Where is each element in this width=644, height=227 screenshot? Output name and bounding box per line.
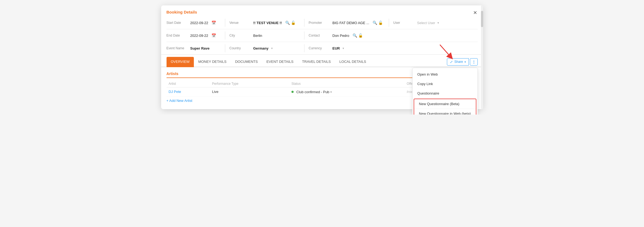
form-row-2: End Date 2022-09-22 📅 City Berlin Contac… bbox=[167, 29, 478, 42]
start-date-calendar-icon[interactable]: 📅 bbox=[210, 20, 217, 25]
contact-field: Contact Don Pedro 🔍 🔓 bbox=[309, 33, 478, 38]
sep-1 bbox=[225, 19, 225, 27]
end-date-value: 2022-09-22 bbox=[190, 34, 208, 38]
sep-3 bbox=[389, 19, 389, 27]
status-select[interactable]: Club confirmed - Pub ▾ bbox=[291, 90, 332, 94]
venue-value: !! TEST VENUE !! bbox=[253, 21, 282, 25]
booking-form: Start Date 2022-09-22 📅 Venue !! TEST VE… bbox=[161, 17, 483, 55]
user-label: User bbox=[393, 21, 415, 25]
venue-label: Venue bbox=[230, 21, 251, 25]
country-value: Germany bbox=[253, 46, 268, 50]
country-field: Country Germany ▾ bbox=[230, 46, 300, 50]
sep-4 bbox=[225, 31, 225, 40]
share-icon: ⤢ bbox=[450, 60, 453, 64]
contact-lock-icon: 🔓 bbox=[358, 33, 363, 38]
scrollbar-thumb[interactable] bbox=[481, 11, 483, 27]
status-value: Club confirmed - Pub bbox=[296, 90, 329, 94]
more-options-button[interactable]: ⋮ bbox=[470, 58, 478, 66]
contact-label: Contact bbox=[309, 34, 330, 37]
share-button[interactable]: ⤢ Share ▾ bbox=[447, 58, 469, 66]
event-name-label: Event Name bbox=[167, 46, 188, 50]
venue-lock-icon: 🔓 bbox=[291, 21, 296, 25]
event-name-field: Event Name Super Rave bbox=[167, 46, 221, 50]
sep-7 bbox=[304, 44, 304, 52]
promoter-value: BIG FAT DEMO AGE ... bbox=[333, 21, 369, 25]
user-select-wrapper[interactable]: Select User ▾ bbox=[415, 21, 439, 25]
booking-details-modal: ✕ Booking Details Start Date 2022-09-22 … bbox=[161, 5, 483, 109]
promoter-field: Promoter BIG FAT DEMO AGE ... 🔍 🔓 bbox=[309, 20, 384, 25]
dropdown-item-new-questionnaire-beta[interactable]: New Questionnaire (Beta) bbox=[414, 99, 476, 109]
artist-link[interactable]: DJ Pete bbox=[169, 90, 181, 94]
venue-search-icon[interactable]: 🔍 bbox=[284, 20, 291, 25]
status-dot-icon bbox=[291, 91, 294, 93]
status-chevron-icon: ▾ bbox=[330, 90, 332, 93]
highlighted-group: New Questionnaire (Beta) New Questionnai… bbox=[414, 99, 476, 115]
tab-event-details[interactable]: EVENT DETAILS bbox=[262, 57, 298, 67]
share-label: Share bbox=[454, 60, 463, 64]
col-performance-type: Performance Type bbox=[210, 80, 289, 87]
status-cell: Club confirmed - Pub ▾ bbox=[289, 87, 404, 96]
currency-label: Currency bbox=[309, 46, 330, 50]
currency-field: Currency EUR ▾ bbox=[309, 46, 478, 50]
contact-value: Don Pedro bbox=[333, 34, 349, 38]
user-dropdown-arrow: ▾ bbox=[437, 21, 439, 25]
city-label: City bbox=[230, 34, 251, 37]
performance-type-cell: Live bbox=[210, 87, 289, 96]
sep-5 bbox=[304, 31, 304, 40]
country-dropdown[interactable]: Germany ▾ bbox=[251, 46, 273, 50]
modal-header: Booking Details bbox=[161, 5, 483, 17]
contact-search-icon[interactable]: 🔍 bbox=[351, 33, 358, 38]
event-name-value: Super Rave bbox=[190, 46, 210, 50]
start-date-field: Start Date 2022-09-22 📅 bbox=[167, 20, 221, 25]
country-dropdown-icon: ▾ bbox=[271, 47, 273, 50]
city-value: Berlin bbox=[253, 34, 262, 38]
tab-money-details[interactable]: MONEY DETAILS bbox=[194, 57, 231, 67]
venue-field: Venue !! TEST VENUE !! 🔍 🔓 bbox=[230, 20, 300, 25]
dropdown-item-new-questionnaire-web[interactable]: New Questionnaire in Web (beta) bbox=[414, 109, 476, 115]
end-date-calendar-icon[interactable]: 📅 bbox=[210, 33, 217, 38]
tab-travel-details[interactable]: TRAVEL DETAILS bbox=[298, 57, 335, 67]
promoter-label: Promoter bbox=[309, 21, 330, 25]
scrollbar-track bbox=[481, 5, 483, 109]
currency-value: EUR bbox=[333, 46, 340, 50]
performance-type-value: Live bbox=[212, 90, 218, 94]
form-row-3: Event Name Super Rave Country Germany ▾ … bbox=[167, 42, 478, 54]
form-row-1: Start Date 2022-09-22 📅 Venue !! TEST VE… bbox=[167, 17, 478, 29]
modal-title: Booking Details bbox=[167, 10, 197, 14]
end-date-label: End Date bbox=[167, 34, 188, 37]
col-status: Status bbox=[289, 80, 404, 87]
tab-local-details[interactable]: LOCAL DETAILS bbox=[335, 57, 370, 67]
end-date-field: End Date 2022-09-22 📅 bbox=[167, 33, 221, 38]
add-new-artist-button[interactable]: + Add New Artist bbox=[167, 96, 192, 105]
share-chevron-icon: ▾ bbox=[464, 60, 466, 63]
sep-6 bbox=[225, 44, 225, 52]
promoter-search-icon[interactable]: 🔍 bbox=[371, 20, 378, 25]
tab-overview[interactable]: OVERVIEW bbox=[167, 57, 194, 67]
dropdown-item-open-in-web[interactable]: Open in Web bbox=[413, 70, 477, 79]
close-button[interactable]: ✕ bbox=[472, 9, 479, 16]
currency-dropdown-icon: ▾ bbox=[343, 47, 344, 50]
dropdown-item-copy-link[interactable]: Copy Link bbox=[413, 79, 477, 89]
dropdown-item-questionnaire[interactable]: Questionnaire bbox=[413, 89, 477, 98]
start-date-value: 2022-09-22 bbox=[190, 21, 208, 25]
tabs-right-actions: ⤢ Share ▾ ⋮ Open in Web Copy Link Questi… bbox=[447, 58, 477, 66]
user-select-placeholder: Select User bbox=[417, 21, 435, 25]
city-field: City Berlin bbox=[230, 34, 300, 38]
artist-cell: DJ Pete bbox=[167, 87, 210, 96]
share-dropdown-menu: Open in Web Copy Link Questionnaire New … bbox=[412, 68, 478, 115]
currency-dropdown[interactable]: EUR ▾ bbox=[330, 46, 344, 50]
promoter-lock-icon: 🔓 bbox=[378, 21, 383, 25]
col-artist: Artist bbox=[167, 80, 210, 87]
user-field: User Select User ▾ bbox=[393, 21, 478, 25]
start-date-label: Start Date bbox=[167, 21, 188, 25]
tabs-bar: OVERVIEW MONEY DETAILS DOCUMENTS EVENT D… bbox=[161, 57, 483, 67]
sep-2 bbox=[304, 19, 304, 27]
tab-documents[interactable]: DOCUMENTS bbox=[231, 57, 262, 67]
country-label: Country bbox=[230, 46, 251, 50]
